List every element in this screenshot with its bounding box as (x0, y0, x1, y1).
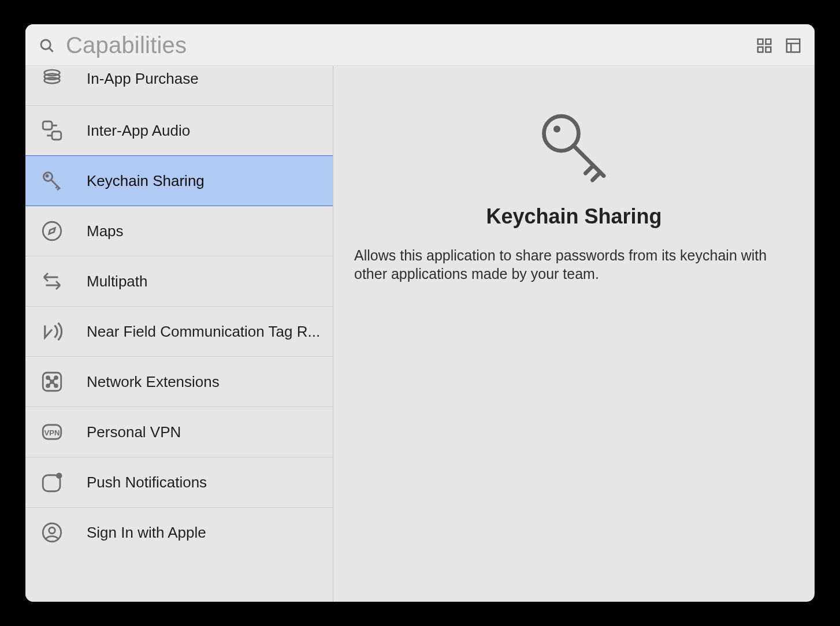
capability-list[interactable]: In-App Purchase Inter-App Audio (25, 66, 333, 602)
list-item-label: Near Field Communication Tag R... (87, 323, 322, 341)
list-item-label: In-App Purchase (87, 70, 322, 88)
list-item-label: Sign In with Apple (87, 524, 322, 542)
person-circle-icon (36, 520, 68, 545)
plugs-icon (36, 118, 68, 143)
svg-rect-3 (766, 39, 771, 44)
list-item-maps[interactable]: Maps (25, 206, 333, 256)
nfc-icon (36, 319, 68, 344)
arrows-icon (36, 269, 68, 293)
compass-icon (36, 219, 68, 243)
key-icon (36, 169, 68, 193)
list-item-inter-app-audio[interactable]: Inter-App Audio (25, 106, 333, 156)
list-item-nfc[interactable]: Near Field Communication Tag R... (25, 307, 333, 357)
search-icon (38, 37, 55, 54)
list-item-label: Multipath (87, 273, 322, 290)
list-view-icon[interactable] (785, 37, 802, 54)
detail-title: Keychain Sharing (354, 204, 794, 229)
grid-view-icon[interactable] (756, 37, 773, 54)
toolbar (25, 24, 815, 66)
network-icon (36, 370, 68, 394)
list-item-in-app-purchase[interactable]: In-App Purchase (25, 66, 333, 106)
notification-badge-icon (36, 470, 68, 494)
list-item-multipath[interactable]: Multipath (25, 256, 333, 307)
coins-icon (36, 67, 68, 90)
svg-rect-13 (52, 132, 61, 140)
svg-point-18 (43, 222, 61, 240)
svg-point-11 (44, 77, 60, 83)
svg-point-33 (49, 527, 55, 534)
list-item-label: Personal VPN (87, 423, 322, 441)
list-item-sign-in-with-apple[interactable]: Sign In with Apple (25, 508, 333, 568)
svg-point-35 (553, 126, 560, 133)
view-mode-controls (756, 37, 802, 54)
svg-point-31 (56, 472, 62, 479)
svg-point-0 (41, 40, 50, 49)
list-item-label: Keychain Sharing (87, 172, 322, 190)
svg-rect-12 (43, 121, 52, 129)
list-item-label: Maps (87, 222, 322, 240)
search-input[interactable] (66, 32, 746, 58)
list-item-label: Inter-App Audio (87, 122, 322, 140)
list-item-keychain-sharing[interactable]: Keychain Sharing (25, 155, 333, 206)
svg-marker-19 (49, 228, 55, 234)
svg-rect-6 (787, 39, 800, 52)
list-item-network-extensions[interactable]: Network Extensions (25, 357, 333, 407)
detail-description: Allows this application to share passwor… (354, 246, 770, 283)
detail-key-icon (354, 107, 794, 194)
svg-rect-5 (766, 47, 771, 52)
svg-line-1 (49, 48, 53, 52)
svg-rect-2 (758, 39, 763, 44)
detail-pane: Keychain Sharing Allows this application… (333, 66, 815, 602)
search-field[interactable] (38, 32, 746, 58)
svg-point-17 (46, 175, 48, 177)
svg-rect-4 (758, 47, 763, 52)
svg-text:VPN: VPN (44, 428, 60, 437)
vpn-icon: VPN (36, 420, 68, 444)
list-item-label: Network Extensions (87, 373, 322, 391)
list-item-label: Push Notifications (87, 474, 322, 491)
capabilities-window: In-App Purchase Inter-App Audio (25, 24, 815, 602)
list-item-push-notifications[interactable]: Push Notifications (25, 457, 333, 508)
list-item-personal-vpn[interactable]: VPN Personal VPN (25, 407, 333, 457)
content-area: In-App Purchase Inter-App Audio (25, 66, 815, 602)
